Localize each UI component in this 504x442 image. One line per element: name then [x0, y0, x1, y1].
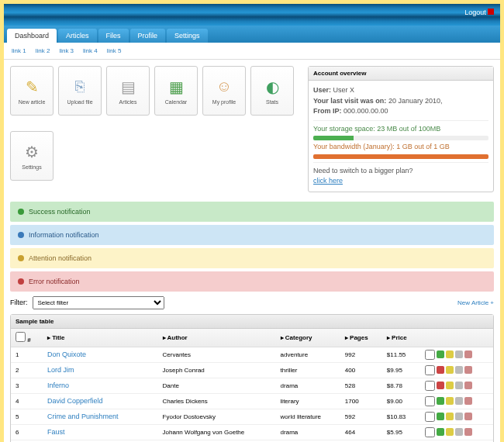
- col-header[interactable]: #: [11, 329, 43, 347]
- edit-icon[interactable]: [446, 382, 454, 389]
- delete-icon[interactable]: [464, 413, 472, 420]
- warning-notification: Attention notification: [10, 248, 494, 268]
- row-checkbox[interactable]: [425, 365, 435, 375]
- sublink[interactable]: link 5: [107, 47, 122, 54]
- tile-label: Stats: [266, 99, 278, 105]
- col-header[interactable]: ▸ Author: [158, 329, 276, 347]
- upgrade-link[interactable]: click here: [313, 177, 343, 185]
- sample-table: #▸ Title▸ Author▸ Category▸ Pages▸ Price…: [11, 329, 493, 443]
- edit-icon[interactable]: [446, 397, 454, 405]
- col-header[interactable]: ▸ Price: [382, 329, 420, 347]
- status-error-icon[interactable]: [437, 366, 444, 374]
- table-title: Sample table: [11, 315, 493, 329]
- col-header[interactable]: [420, 329, 493, 347]
- account-panel: Account overview User: User X Your last …: [308, 66, 494, 192]
- row-title-link[interactable]: Lord Jim: [47, 366, 74, 374]
- table-row: 3InfernoDantedrama528$8.78: [11, 378, 493, 393]
- sublink[interactable]: link 3: [59, 47, 74, 54]
- tile-stats[interactable]: ◐Stats: [250, 66, 294, 116]
- bandwidth-text: Your bandwidth (January): 1 GB out of 1 …: [313, 142, 488, 153]
- row-title-link[interactable]: Crime and Punishment: [47, 413, 119, 420]
- table-row: 6FaustJohann Wolfgang von Goethedrama464…: [11, 424, 493, 440]
- sublink[interactable]: link 2: [36, 47, 50, 54]
- tile-label: Calendar: [165, 99, 187, 105]
- tile-upload-file[interactable]: ⎘Upload file: [58, 66, 102, 116]
- delete-icon[interactable]: [464, 350, 472, 358]
- select-all-checkbox[interactable]: [16, 332, 26, 342]
- visit-label: Your last visit was on:: [313, 97, 386, 105]
- tab-files[interactable]: Files: [98, 29, 129, 43]
- upgrade-text: Need to switch to a bigger plan?: [313, 166, 488, 177]
- user-icon: ☺: [215, 78, 233, 96]
- logout-icon: [488, 9, 494, 15]
- row-checkbox[interactable]: [425, 381, 435, 391]
- edit-icon[interactable]: [446, 366, 454, 374]
- tab-profile[interactable]: Profile: [130, 29, 166, 43]
- account-panel-title: Account overview: [309, 67, 493, 81]
- user-label: User:: [313, 86, 331, 94]
- col-header[interactable]: ▸ Pages: [340, 329, 382, 347]
- col-header[interactable]: ▸ Category: [276, 329, 340, 347]
- row-checkbox[interactable]: [425, 396, 435, 406]
- view-icon[interactable]: [455, 428, 463, 436]
- sublinks-bar: link 1link 2link 3link 4link 5: [4, 43, 500, 60]
- view-icon[interactable]: [455, 382, 463, 389]
- table-row: 5Crime and PunishmentFyodor Dostoevskywo…: [11, 409, 493, 424]
- logout-link[interactable]: Logout: [464, 9, 494, 16]
- new-article-button[interactable]: New Article +: [457, 299, 494, 306]
- delete-icon[interactable]: [464, 382, 472, 389]
- row-title-link[interactable]: Faust: [47, 428, 65, 436]
- filter-select[interactable]: Select filter: [33, 296, 164, 309]
- row-checkbox[interactable]: [425, 350, 435, 360]
- view-icon[interactable]: [455, 413, 463, 420]
- edit-icon[interactable]: [446, 350, 454, 358]
- gears-icon: ⚙: [22, 143, 41, 161]
- edit-icon[interactable]: [446, 413, 454, 420]
- success-notification: Success notification: [10, 202, 494, 222]
- tile-settings[interactable]: ⚙Settings: [10, 131, 54, 181]
- tile-my-profile[interactable]: ☺My profile: [202, 66, 246, 116]
- row-title-link[interactable]: David Copperfield: [47, 397, 103, 405]
- status-error-icon[interactable]: [437, 382, 444, 389]
- bandwidth-bar: [313, 154, 488, 159]
- status-ok-icon[interactable]: [437, 428, 444, 436]
- table-row: 2Lord JimJoseph Conradthriller400$9.95: [11, 362, 493, 378]
- table-row: 4David CopperfieldCharles Dickensliterar…: [11, 393, 493, 409]
- dashboard-tiles: ✎New article⎘Upload file▤Articles▦Calend…: [10, 66, 302, 192]
- tile-label: New article: [19, 99, 46, 105]
- status-ok-icon[interactable]: [437, 413, 444, 420]
- pencil-icon: ✎: [22, 78, 41, 96]
- check-icon: [18, 209, 24, 215]
- tile-articles[interactable]: ▤Articles: [106, 66, 150, 116]
- col-header[interactable]: ▸ Title: [43, 329, 158, 347]
- sublink[interactable]: link 4: [83, 47, 98, 54]
- user-value: User X: [333, 86, 355, 94]
- tile-label: Upload file: [67, 99, 92, 105]
- status-ok-icon[interactable]: [437, 350, 444, 358]
- row-checkbox[interactable]: [425, 412, 435, 422]
- tile-calendar[interactable]: ▦Calendar: [154, 66, 198, 116]
- status-ok-icon[interactable]: [437, 397, 444, 405]
- ip-label: From IP:: [313, 107, 342, 115]
- tab-articles[interactable]: Articles: [58, 29, 97, 43]
- table-row: 1Don QuixoteCervantesadventure992$11.55: [11, 347, 493, 362]
- tile-new-article[interactable]: ✎New article: [10, 66, 54, 116]
- view-icon[interactable]: [455, 397, 463, 405]
- row-title-link[interactable]: Inferno: [47, 382, 69, 389]
- tab-settings[interactable]: Settings: [167, 29, 208, 43]
- view-icon[interactable]: [455, 366, 463, 374]
- error-notification: Error notification: [10, 271, 494, 292]
- view-icon[interactable]: [455, 350, 463, 358]
- visit-value: 20 January 2010,: [388, 97, 443, 105]
- delete-icon[interactable]: [464, 366, 472, 374]
- delete-icon[interactable]: [464, 397, 472, 405]
- sublink[interactable]: link 1: [12, 47, 26, 54]
- row-checkbox[interactable]: [425, 427, 435, 437]
- tile-label: Articles: [119, 99, 137, 105]
- row-title-link[interactable]: Don Quixote: [47, 350, 86, 358]
- delete-icon[interactable]: [464, 428, 472, 436]
- calendar-icon: ▦: [167, 78, 185, 96]
- edit-icon[interactable]: [446, 428, 454, 436]
- tab-dashboard[interactable]: Dashboard: [7, 29, 57, 43]
- info-icon: [18, 232, 24, 238]
